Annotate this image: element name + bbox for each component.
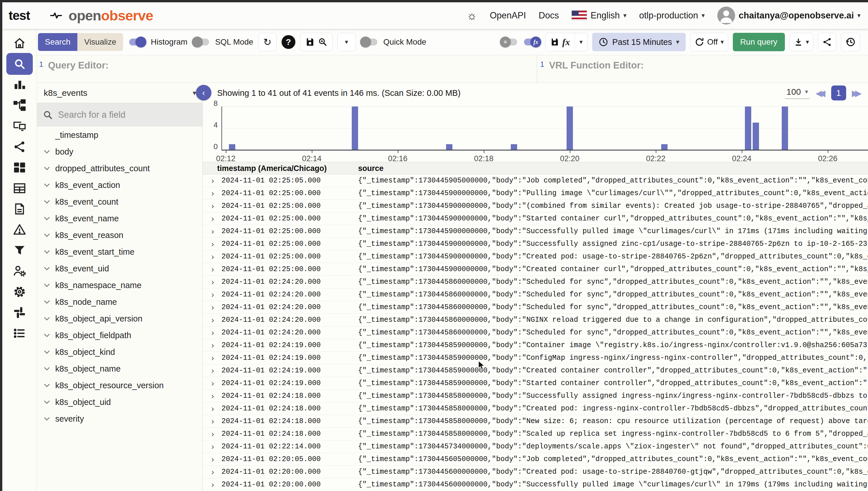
histogram-bar-02:20:00[interactable] <box>566 107 573 150</box>
table-row[interactable]: ›2024-11-01 02:24:20.000{"_timestamp":17… <box>203 314 868 326</box>
sidebar-item-rum[interactable] <box>6 117 33 135</box>
transform-toggle[interactable]: ≡ <box>500 37 518 47</box>
table-row[interactable]: ›2024-11-01 02:20:00.000{"_timestamp":17… <box>203 478 868 491</box>
download-results-button[interactable]: ▾ <box>789 33 813 51</box>
histogram-toggle[interactable] <box>128 37 146 47</box>
sql-mode-toggle[interactable] <box>192 37 210 47</box>
histogram-bar-02:17:10[interactable] <box>446 144 453 150</box>
tab-search[interactable]: Search <box>38 33 78 51</box>
table-row[interactable]: ›2024-11-01 02:25:00.000{"_timestamp":17… <box>203 225 868 238</box>
field-search-input[interactable] <box>58 109 184 120</box>
expand-row-icon[interactable]: › <box>211 440 214 453</box>
saved-views-button[interactable] <box>301 33 332 51</box>
sidebar-item-iam[interactable] <box>6 262 33 280</box>
expand-row-icon[interactable]: › <box>211 402 214 415</box>
sidebar-item-alerts[interactable] <box>6 221 33 239</box>
table-row[interactable]: ›2024-11-01 02:24:20.000{"_timestamp":17… <box>203 326 868 339</box>
reset-query-button[interactable]: ↻ <box>258 33 277 51</box>
histogram-bar-02:24:10[interactable] <box>745 107 751 150</box>
field-item-k8s_event_name[interactable]: k8s_event_name <box>37 210 203 227</box>
chevron-down-icon[interactable] <box>43 300 51 304</box>
share-link-button[interactable] <box>818 33 836 51</box>
expand-row-icon[interactable]: › <box>211 326 214 339</box>
expand-row-icon[interactable]: › <box>211 415 214 428</box>
field-item-k8s_event_action[interactable]: k8s_event_action <box>37 177 203 194</box>
brightness-icon[interactable]: ☼ <box>466 9 477 22</box>
expand-row-icon[interactable]: › <box>211 212 214 225</box>
expand-row-icon[interactable]: › <box>211 238 214 251</box>
table-row[interactable]: ›2024-11-01 02:24:20.000{"_timestamp":17… <box>203 301 868 314</box>
query-editor[interactable]: 1 Query Editor: <box>38 55 537 83</box>
table-row[interactable]: ›2024-11-01 02:25:00.000{"_timestamp":17… <box>203 238 868 251</box>
chevron-down-icon[interactable] <box>43 317 51 321</box>
organization-select[interactable]: otlp-production ▾ <box>639 10 705 21</box>
field-item-severity[interactable]: severity <box>37 410 203 427</box>
sidebar-item-slack[interactable] <box>6 304 33 322</box>
field-item-k8s_event_count[interactable]: k8s_event_count <box>37 194 203 210</box>
table-row[interactable]: ›2024-11-01 02:25:00.000{"_timestamp":17… <box>203 187 868 200</box>
table-row[interactable]: ›2024-11-01 02:24:18.000{"_timestamp":17… <box>203 428 868 440</box>
field-item-k8s_object_api_version[interactable]: k8s_object_api_version <box>37 310 203 327</box>
user-menu[interactable]: chaitanya@openobserve.ai ▾ <box>717 7 861 25</box>
expand-row-icon[interactable]: › <box>211 466 214 478</box>
page-size-select[interactable]: 100 ▾ <box>785 87 810 99</box>
sidebar-item-search[interactable] <box>6 53 33 75</box>
field-item-body[interactable]: body <box>37 143 203 160</box>
table-row[interactable]: ›2024-11-01 02:24:18.000{"_timestamp":17… <box>203 402 868 415</box>
sidebar-item-dashboards[interactable] <box>6 158 33 177</box>
chevron-down-icon[interactable] <box>43 250 51 254</box>
histogram-bar-02:25:00[interactable] <box>782 107 788 150</box>
expand-row-icon[interactable]: › <box>211 301 214 314</box>
save-function-button[interactable]: fx <box>546 33 575 51</box>
histogram-bar-02:22:14[interactable] <box>661 144 668 150</box>
expand-row-icon[interactable]: › <box>211 174 214 187</box>
sidebar-item-home[interactable] <box>6 34 33 52</box>
histogram-bar-02:12:10[interactable] <box>229 144 235 150</box>
field-item-k8s_object_resource_version[interactable]: k8s_object_resource_version <box>37 377 203 394</box>
table-row[interactable]: ›2024-11-01 02:25:05.000{"_timestamp":17… <box>203 174 868 187</box>
fx-editor-toggle[interactable]: fx <box>523 37 541 47</box>
expand-row-icon[interactable]: › <box>211 225 214 238</box>
table-row[interactable]: ›2024-11-01 02:24:20.000{"_timestamp":17… <box>203 276 868 288</box>
chevron-down-icon[interactable] <box>43 367 51 371</box>
field-item-k8s_object_kind[interactable]: k8s_object_kind <box>37 344 203 360</box>
expand-row-icon[interactable]: › <box>211 364 214 377</box>
vrl-function-editor[interactable]: 1 VRL Function Editor: <box>539 55 867 83</box>
table-row[interactable]: ›2024-11-01 02:25:00.000{"_timestamp":17… <box>203 263 868 276</box>
chevron-down-icon[interactable] <box>43 166 51 170</box>
saved-views-expand-button[interactable]: ▾ <box>337 33 356 51</box>
chevron-down-icon[interactable] <box>43 400 51 404</box>
chevron-down-icon[interactable] <box>43 216 51 221</box>
run-query-button[interactable]: Run query <box>733 33 785 51</box>
expand-row-icon[interactable]: › <box>211 288 214 301</box>
table-row[interactable]: ›2024-11-01 02:20:00.000{"_timestamp":17… <box>203 466 868 478</box>
chevron-down-icon[interactable] <box>43 150 51 154</box>
chevron-down-icon[interactable] <box>43 183 51 187</box>
table-row[interactable]: ›2024-11-01 02:24:19.000{"_timestamp":17… <box>203 339 868 352</box>
sidebar-item-menu[interactable] <box>6 324 33 343</box>
field-item-k8s_event_start_time[interactable]: k8s_event_start_time <box>37 243 203 260</box>
sidebar-item-pipelines[interactable] <box>6 138 33 156</box>
expand-row-icon[interactable]: › <box>211 428 214 440</box>
expand-row-icon[interactable]: › <box>211 339 214 352</box>
function-list-expand-button[interactable]: ▾ <box>575 33 587 51</box>
chevron-down-icon[interactable] <box>43 266 51 270</box>
histogram-bar-02:18:40[interactable] <box>511 144 517 150</box>
openapi-link[interactable]: OpenAPI <box>490 10 526 21</box>
language-select[interactable]: English ▾ <box>571 10 626 21</box>
chevron-down-icon[interactable] <box>43 333 51 337</box>
auto-refresh-select[interactable]: Off ▾ <box>690 33 728 51</box>
time-range-select[interactable]: Past 15 Minutes ▾ <box>592 33 686 51</box>
field-item-k8s_object_uid[interactable]: k8s_object_uid <box>37 394 203 410</box>
chevron-down-icon[interactable] <box>43 417 51 421</box>
chevron-down-icon[interactable] <box>43 233 51 237</box>
expand-row-icon[interactable]: › <box>211 276 214 288</box>
chevron-down-icon[interactable] <box>43 350 51 354</box>
table-row[interactable]: ›2024-11-01 02:24:18.000{"_timestamp":17… <box>203 390 868 402</box>
sidebar-item-metrics[interactable] <box>6 76 33 94</box>
field-item-_timestamp[interactable]: _timestamp <box>37 127 203 143</box>
table-row[interactable]: ›2024-11-01 02:24:18.000{"_timestamp":17… <box>203 415 868 428</box>
table-row[interactable]: ›2024-11-01 02:24:19.000{"_timestamp":17… <box>203 352 868 364</box>
field-item-k8s_node_name[interactable]: k8s_node_name <box>37 294 203 310</box>
first-page-button[interactable]: ◀◀ <box>816 88 826 98</box>
